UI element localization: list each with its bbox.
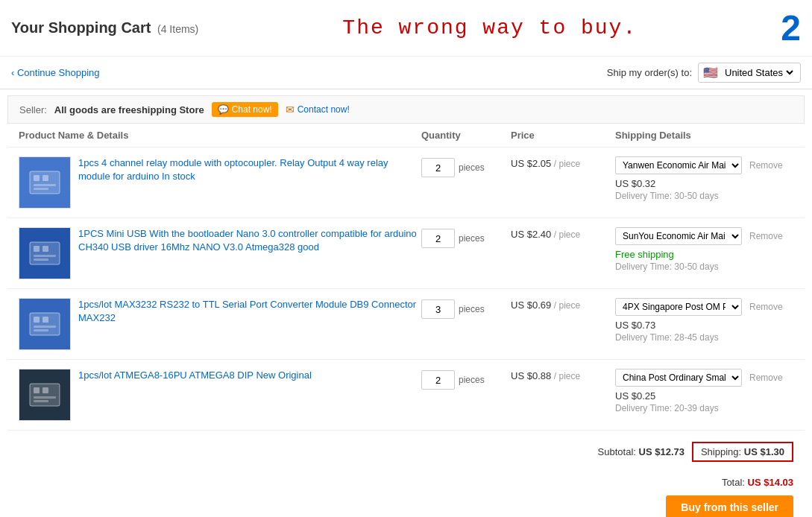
quantity-cell: pieces xyxy=(421,298,511,319)
svg-rect-7 xyxy=(43,246,48,252)
shipping-method-select[interactable]: 4PX Singapore Post OM Pro xyxy=(615,298,742,316)
total-label: Total: xyxy=(722,477,745,488)
price-per-unit: / piece xyxy=(554,229,580,240)
price-value: US $0.88 xyxy=(511,370,551,381)
product-cell: 1pcs/lot MAX3232 RS232 to TTL Serial Por… xyxy=(19,298,421,350)
country-selector[interactable]: 🇺🇸 United States xyxy=(698,63,801,83)
shipping-method-select[interactable]: SunYou Economic Air Mail xyxy=(615,227,742,245)
svg-rect-18 xyxy=(34,396,56,399)
quantity-unit: pieces xyxy=(459,162,485,173)
product-thumbnail xyxy=(26,164,63,201)
shipping-method-select[interactable]: Yanwen Economic Air Mail xyxy=(615,156,742,174)
svg-rect-8 xyxy=(34,255,56,257)
quantity-unit: pieces xyxy=(459,233,485,244)
chat-button[interactable]: 💬 Chat now! xyxy=(212,102,278,117)
price-per-unit: / piece xyxy=(554,300,580,311)
ship-label: Ship my order(s) to: xyxy=(607,67,692,78)
quantity-input[interactable] xyxy=(421,370,455,390)
price-per-unit: / piece xyxy=(554,371,580,381)
page-header: Your Shopping Cart (4 Items) The wrong w… xyxy=(0,0,812,57)
country-dropdown[interactable]: United States xyxy=(722,66,796,79)
product-cell: 1pcs/lot ATMEGA8-16PU ATMEGA8 DIP New Or… xyxy=(19,369,421,421)
quantity-cell: pieces xyxy=(421,156,511,177)
shipping-select-row: China Post Ordinary Small Packet Remove xyxy=(615,369,793,387)
product-thumbnail xyxy=(26,305,63,343)
remove-button[interactable]: Remove xyxy=(749,372,783,383)
footer-totals: Subtotal: US $12.73 Shipping: US $1.30 xyxy=(7,434,805,469)
wrong-way-text: The wrong way to buy. xyxy=(198,16,781,39)
shipping-cost-value: US $0.25 xyxy=(615,390,793,402)
svg-rect-15 xyxy=(30,384,60,406)
table-row: 1pcs/lot ATMEGA8-16PU ATMEGA8 DIP New Or… xyxy=(7,360,805,431)
price-per-unit: / piece xyxy=(554,159,580,169)
table-row: 1pcs/lot MAX3232 RS232 to TTL Serial Por… xyxy=(7,289,805,360)
svg-rect-1 xyxy=(34,175,40,181)
country-flag: 🇺🇸 xyxy=(703,66,718,80)
shipping-select-row: Yanwen Economic Air Mail Remove xyxy=(615,156,793,174)
remove-button[interactable]: Remove xyxy=(749,302,783,312)
svg-rect-3 xyxy=(34,184,56,186)
cart-title: Your Shopping Cart (4 Items) xyxy=(11,19,198,37)
total-amount: US $14.03 xyxy=(745,477,793,488)
shipping-method-select[interactable]: China Post Ordinary Small Packet xyxy=(615,369,742,387)
shipping-cell: Yanwen Economic Air Mail Remove US $0.32… xyxy=(615,156,793,201)
product-image xyxy=(19,156,71,209)
svg-rect-10 xyxy=(30,313,60,335)
price-cell: US $2.40 / piece xyxy=(511,227,615,240)
delivery-time: Delivery Time: 20-39 days xyxy=(615,403,793,413)
shipping-total-label: Shipping: xyxy=(701,446,741,457)
col-quantity: Quantity xyxy=(421,130,511,141)
buy-from-seller-button[interactable]: Buy from this seller xyxy=(666,495,793,517)
shipping-cost-value: US $0.32 xyxy=(615,178,793,189)
shipping-total-amount: US $1.30 xyxy=(744,446,784,457)
product-image xyxy=(19,227,71,279)
svg-rect-17 xyxy=(43,387,48,393)
price-value: US $2.05 xyxy=(511,158,551,169)
product-name[interactable]: 1PCS Mini USB With the bootloader Nano 3… xyxy=(78,227,421,254)
quantity-input[interactable] xyxy=(421,158,455,177)
table-header: Product Name & Details Quantity Price Sh… xyxy=(7,124,805,148)
delivery-time: Delivery Time: 30-50 days xyxy=(615,191,793,201)
free-shipping-label: Free shipping xyxy=(615,249,793,260)
remove-button[interactable]: Remove xyxy=(749,160,783,171)
quantity-unit: pieces xyxy=(459,304,485,314)
price-cell: US $0.88 / piece xyxy=(511,369,615,381)
quantity-input[interactable] xyxy=(421,229,455,248)
svg-rect-5 xyxy=(30,242,60,264)
product-name[interactable]: 1pcs 4 channel relay module with optocou… xyxy=(78,156,421,183)
product-name[interactable]: 1pcs/lot MAX3232 RS232 to TTL Serial Por… xyxy=(78,298,421,325)
shipping-select-row: SunYou Economic Air Mail Remove xyxy=(615,227,793,245)
price-cell: US $2.05 / piece xyxy=(511,156,615,169)
svg-rect-16 xyxy=(34,387,40,393)
svg-rect-9 xyxy=(34,258,48,261)
seller-bar: Seller: All goods are freeshipping Store… xyxy=(7,95,805,124)
ship-to-section: Ship my order(s) to: 🇺🇸 United States xyxy=(607,63,801,83)
nav-row: Continue Shopping Ship my order(s) to: 🇺… xyxy=(0,57,812,89)
table-row: 1PCS Mini USB With the bootloader Nano 3… xyxy=(7,218,805,289)
col-price: Price xyxy=(511,130,615,141)
step-number: 2 xyxy=(781,7,801,48)
subtotal-amount: US $12.73 xyxy=(639,446,684,457)
col-shipping: Shipping Details xyxy=(615,130,793,141)
delivery-time: Delivery Time: 28-45 days xyxy=(615,332,793,343)
contact-button[interactable]: ✉ Contact now! xyxy=(286,104,350,115)
svg-rect-12 xyxy=(43,317,48,323)
product-image xyxy=(19,369,71,421)
total-row: Total: US $14.03 xyxy=(0,473,812,492)
subtotal-text: Subtotal: xyxy=(598,446,636,457)
chat-icon: 💬 xyxy=(218,104,229,115)
continue-shopping-link[interactable]: Continue Shopping xyxy=(11,67,100,78)
shipping-cell: SunYou Economic Air Mail Remove Free shi… xyxy=(615,227,793,272)
col-product: Product Name & Details xyxy=(19,130,421,141)
svg-rect-19 xyxy=(34,400,48,402)
table-row: 1pcs 4 channel relay module with optocou… xyxy=(7,148,805,218)
product-name[interactable]: 1pcs/lot ATMEGA8-16PU ATMEGA8 DIP New Or… xyxy=(78,369,312,382)
delivery-time: Delivery Time: 30-50 days xyxy=(615,261,793,272)
product-thumbnail xyxy=(26,376,63,413)
shipping-select-row: 4PX Singapore Post OM Pro Remove xyxy=(615,298,793,316)
remove-button[interactable]: Remove xyxy=(749,231,783,241)
product-cell: 1PCS Mini USB With the bootloader Nano 3… xyxy=(19,227,421,279)
svg-rect-4 xyxy=(34,188,48,190)
svg-rect-14 xyxy=(34,329,48,332)
quantity-input[interactable] xyxy=(421,299,455,319)
